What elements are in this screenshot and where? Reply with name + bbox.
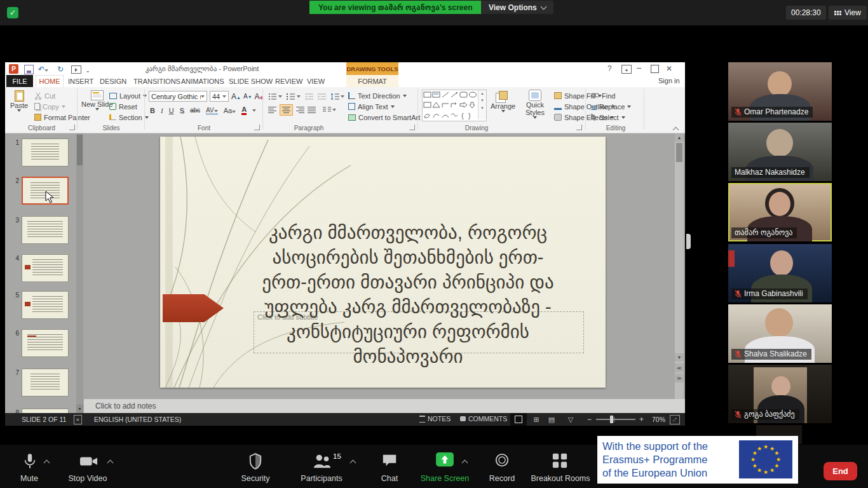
slide-title-text[interactable]: კარგი მმართველობა, როგორც ასოცირების შეთ… [230,220,586,369]
normal-view-button[interactable] [510,413,527,426]
new-slide-button[interactable]: New Slide [81,90,113,111]
align-right-icon[interactable] [296,106,304,114]
comments-toggle[interactable]: COMMENTS [460,415,507,423]
align-left-icon[interactable] [268,106,276,114]
increase-indent-icon[interactable] [318,93,326,100]
text-direction-button[interactable]: Text Direction [348,90,407,101]
breakout-rooms-icon[interactable] [552,452,568,469]
zoom-in-icon[interactable]: + [639,415,644,424]
participants-button[interactable]: Participants [294,474,349,483]
quick-access-toolbar-menu-icon[interactable]: ⌄ [85,67,90,74]
increase-font-size-icon[interactable]: A▲ [231,92,241,101]
tab-design[interactable]: DESIGN [100,75,126,87]
sign-in-link[interactable]: Sign in [658,77,680,85]
zoom-out-icon[interactable]: − [587,415,592,424]
slide-thumbnail-8-partial[interactable] [22,409,69,413]
view-layout-button[interactable]: View [829,6,867,20]
tab-view[interactable]: VIEW [307,75,325,87]
clipboard-dialog-launcher[interactable] [69,125,75,130]
undo-icon[interactable]: ↶ [38,65,48,74]
end-meeting-button[interactable]: End [824,462,857,480]
align-text-button[interactable]: Align Text [348,101,395,112]
character-spacing-button[interactable]: AV [206,107,218,114]
bold-button[interactable]: B [150,107,155,114]
text-shadow-button[interactable]: S [180,107,184,114]
layout-button[interactable]: Layout [109,90,147,101]
scrollbar-thumb[interactable] [676,143,682,162]
participant-tile[interactable]: გოგა ბაფქაძე [728,365,832,423]
zoom-slider-track[interactable] [596,419,635,420]
convert-to-smartart-button[interactable]: Convert to SmartArt [348,112,426,123]
scroll-up-icon[interactable]: ▲ [675,133,684,142]
next-slide-icon[interactable]: ≫ [675,374,684,383]
slide-thumbnail-4[interactable] [22,254,69,282]
redo-icon[interactable]: ↻ [57,65,64,74]
stop-video-button[interactable]: Stop Video [62,474,113,483]
slide-scrollbar[interactable]: ▲ ▼ ≪ ≫ [675,133,684,399]
chat-icon[interactable] [381,452,398,469]
record-icon[interactable] [494,452,510,469]
tab-transitions[interactable]: TRANSITIONS [133,75,180,87]
thumbnail-scroll-down-icon[interactable]: ▼ [76,404,83,413]
zoom-slider-thumb[interactable] [610,416,613,423]
previous-slide-icon[interactable]: ≪ [675,363,684,372]
decrease-indent-icon[interactable] [305,93,313,100]
numbering-icon[interactable] [287,93,295,100]
start-slideshow-icon[interactable] [71,65,81,74]
scroll-down-icon[interactable]: ▼ [675,353,684,362]
slide-thumbnail-1[interactable] [22,139,69,166]
fit-slide-to-window-icon[interactable]: ⤢ [670,415,680,424]
font-size-combobox[interactable]: 44 [210,91,229,102]
ribbon-display-options-icon[interactable]: ▴ [621,65,632,74]
mic-icon[interactable] [23,452,37,471]
save-icon[interactable] [24,65,34,74]
tab-insert[interactable]: INSERT [68,75,93,87]
strikethrough-button[interactable]: abc [190,107,200,114]
participant-tile[interactable]: Shalva Shalikadze [728,304,832,363]
share-screen-icon[interactable] [435,452,454,468]
line-spacing-icon[interactable] [330,93,339,100]
zoom-level[interactable]: 70% [652,416,665,423]
spell-check-icon[interactable]: ✕ [74,415,82,424]
paragraph-dialog-launcher[interactable] [409,125,415,130]
columns-icon[interactable] [323,106,332,114]
notes-pane[interactable]: Click to add notes [84,399,685,413]
font-family-combobox[interactable]: Century Gothic ( [149,91,207,102]
drawing-dialog-launcher[interactable] [576,125,582,130]
italic-button[interactable]: I [161,107,163,114]
copy-button[interactable]: Copy [34,101,65,112]
participant-tile[interactable]: Malkhaz Nakashidze [728,123,832,181]
slide-thumbnail-7[interactable] [22,369,69,396]
participant-tile[interactable]: Irma Gabinashvili [728,244,832,302]
bullets-icon[interactable] [268,93,277,100]
security-shield-icon[interactable] [248,452,262,470]
cut-button[interactable]: Cut [34,90,55,101]
section-button[interactable]: Section [109,112,149,123]
restore-icon[interactable] [651,65,659,73]
help-icon[interactable]: ? [607,64,612,73]
record-button[interactable]: Record [483,474,521,483]
notes-toggle[interactable]: NOTES [419,415,451,423]
quick-styles-button[interactable]: Quick Styles [521,90,549,119]
font-dialog-launcher[interactable] [254,125,260,130]
font-color-button[interactable]: A [241,105,247,115]
find-button[interactable]: Find [591,90,615,101]
close-icon[interactable]: ✕ [666,64,672,73]
slide-canvas[interactable]: Click to add subtitle კარგი მმართველობა,… [160,137,606,388]
align-center-button[interactable] [280,104,293,116]
decrease-font-size-icon[interactable]: A▼ [243,93,252,100]
slide-thumbnail-5[interactable] [22,291,69,319]
underline-button[interactable]: U [169,107,174,114]
tab-home[interactable]: HOME [36,75,64,87]
participants-icon[interactable] [313,452,332,470]
tab-review[interactable]: REVIEW [275,75,302,87]
select-button[interactable]: Select [591,112,625,123]
tab-file[interactable]: FILE [6,75,33,87]
tab-slide-show[interactable]: SLIDE SHOW [229,75,273,87]
chat-button[interactable]: Chat [374,474,405,483]
breakout-rooms-button[interactable]: Breakout Rooms [526,474,595,483]
reset-button[interactable]: Reset [109,101,137,112]
language-indicator[interactable]: ENGLISH (UNITED STATES) [94,416,181,423]
participant-tile[interactable]: Omar Phartenadze [728,62,832,121]
tab-animations[interactable]: ANIMATIONS [181,75,224,87]
